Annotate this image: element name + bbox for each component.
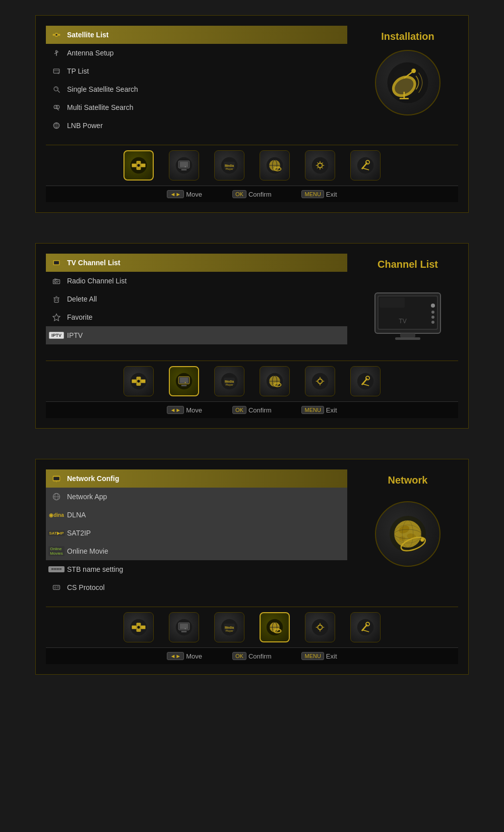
icon-media-player-3[interactable]: Media Player: [214, 612, 244, 642]
menu-item-single-satellite-search[interactable]: Single Satellite Search: [46, 80, 347, 98]
svg-rect-34: [185, 166, 186, 167]
menu-item-online-movie[interactable]: OnlineMovies Online Movie: [46, 542, 347, 560]
menu-item-radio-channel-list[interactable]: Radio Channel List: [46, 272, 347, 290]
svg-point-110: [394, 520, 421, 548]
satellite-list-label: Satellite List: [67, 31, 108, 39]
icon-globe-2[interactable]: [260, 366, 290, 396]
menu-item-multi-satellite-search[interactable]: Multi Satellite Search: [46, 98, 347, 116]
channel-list-image: TV: [372, 288, 443, 345]
confirm-label-3: Confirm: [248, 652, 272, 660]
menu-key-icon-3: MENU: [301, 652, 324, 660]
svg-point-69: [431, 316, 434, 319]
menu-item-cs-protocol[interactable]: CS Protocol: [46, 578, 347, 597]
svg-point-6: [55, 50, 57, 52]
svg-text:Media: Media: [225, 380, 234, 383]
icon-settings[interactable]: [305, 150, 335, 181]
svg-point-53: [54, 281, 56, 283]
status-confirm-3: OK Confirm: [232, 652, 271, 660]
svg-rect-1: [53, 34, 55, 35]
svg-rect-121: [132, 625, 137, 629]
status-exit-2: MENU Exit: [301, 406, 337, 414]
channel-list-title: Channel List: [377, 259, 438, 270]
icon-satellite[interactable]: [123, 150, 154, 181]
menu-item-sat2ip[interactable]: SAT▶IP SAT2IP: [46, 524, 347, 542]
icon-satellite-3[interactable]: [123, 612, 154, 642]
svg-point-78: [137, 380, 140, 382]
icon-globe-3[interactable]: [260, 612, 290, 642]
icon-tools-3[interactable]: [350, 612, 381, 642]
icon-tv-2[interactable]: [169, 366, 199, 396]
move-key-icon: ◄►: [167, 190, 184, 198]
installation-image: [375, 50, 440, 115]
svg-point-67: [431, 304, 435, 308]
icon-settings-3[interactable]: [305, 612, 335, 642]
menu-item-tv-channel-list[interactable]: TV Channel List: [46, 254, 347, 272]
move-key-icon-3: ◄►: [167, 652, 184, 660]
svg-rect-2: [57, 34, 60, 35]
menu-item-lnb-power[interactable]: LNB Power: [46, 116, 347, 135]
svg-point-14: [56, 105, 59, 109]
icon-satellite-2[interactable]: [123, 366, 154, 396]
icon-media-player[interactable]: Media Player: [214, 150, 244, 181]
svg-rect-27: [132, 163, 137, 167]
icon-settings-2[interactable]: [305, 366, 335, 396]
ok-key-icon-3: OK: [232, 652, 246, 660]
menu-item-satellite-list[interactable]: Satellite List: [46, 26, 347, 44]
radio-channel-list-label: Radio Channel List: [67, 277, 127, 285]
network-title: Network: [388, 474, 428, 486]
menu-item-network-config[interactable]: Network Config: [46, 469, 347, 488]
svg-text:Player: Player: [225, 167, 233, 170]
netapp-icon: [51, 491, 62, 502]
installation-panel: Satellite List Antenna Setup: [35, 15, 469, 213]
ok-key-icon: OK: [232, 190, 246, 198]
svg-point-22: [411, 69, 416, 73]
menu-item-delete-all[interactable]: Delete All: [46, 290, 347, 308]
online-icon: OnlineMovies: [51, 546, 62, 557]
multi-satellite-search-label: Multi Satellite Search: [67, 103, 134, 111]
svg-point-68: [431, 311, 434, 314]
confirm-label-2: Confirm: [248, 406, 272, 414]
antenna-icon: [51, 47, 62, 58]
installation-status-bar: ◄► Move OK Confirm MENU Exit: [46, 186, 458, 202]
menu-item-favorite[interactable]: Favorite: [46, 308, 347, 326]
svg-rect-57: [54, 298, 58, 303]
svg-rect-9: [57, 72, 59, 74]
status-confirm-2: OK Confirm: [232, 406, 271, 414]
network-status-bar: ◄► Move OK Confirm MENU Exit: [46, 647, 458, 664]
svg-rect-66: [380, 298, 405, 308]
network-app-label: Network App: [67, 493, 107, 501]
status-move-2: ◄► Move: [167, 406, 202, 414]
icon-globe[interactable]: [260, 150, 290, 181]
svg-rect-71: [400, 333, 415, 337]
channel-list-panel: TV Channel List Radio Channel List: [35, 243, 469, 429]
search-icon: [51, 84, 62, 95]
menu-item-tp-list[interactable]: TP List: [46, 62, 347, 80]
channel-list-menu: TV Channel List Radio Channel List: [46, 254, 347, 350]
svg-point-93: [312, 373, 328, 389]
tv-channel-icon: [51, 257, 62, 268]
menu-item-network-app[interactable]: Network App: [46, 488, 347, 506]
delete-all-label: Delete All: [67, 295, 97, 303]
svg-line-11: [57, 90, 59, 92]
icon-tools-2[interactable]: [350, 366, 381, 396]
dlna-icon: ◉dina: [51, 509, 62, 520]
multisearch-icon: [51, 102, 62, 113]
svg-point-3: [55, 34, 57, 35]
network-image: [375, 501, 440, 567]
menu-item-stb-name[interactable]: ==== STB name setting: [46, 560, 347, 578]
network-config-label: Network Config: [67, 474, 119, 483]
netconfig-icon: [51, 473, 62, 484]
satellite-icon: [51, 29, 62, 40]
menu-item-antenna-setup[interactable]: Antenna Setup: [46, 44, 347, 62]
antenna-setup-label: Antenna Setup: [67, 49, 114, 57]
menu-item-dlna[interactable]: ◉dina DLNA: [46, 506, 347, 524]
icon-tv[interactable]: [169, 150, 199, 181]
move-key-icon-2: ◄►: [167, 406, 184, 414]
menu-item-iptv[interactable]: IPTV IPTV: [46, 326, 347, 344]
move-label: Move: [186, 191, 202, 198]
icon-media-player-2[interactable]: Media Player: [214, 366, 244, 396]
favorite-label: Favorite: [67, 313, 93, 321]
channel-list-status-bar: ◄► Move OK Confirm MENU Exit: [46, 401, 458, 418]
icon-tv-3[interactable]: [169, 612, 199, 642]
icon-tools[interactable]: [350, 150, 381, 181]
